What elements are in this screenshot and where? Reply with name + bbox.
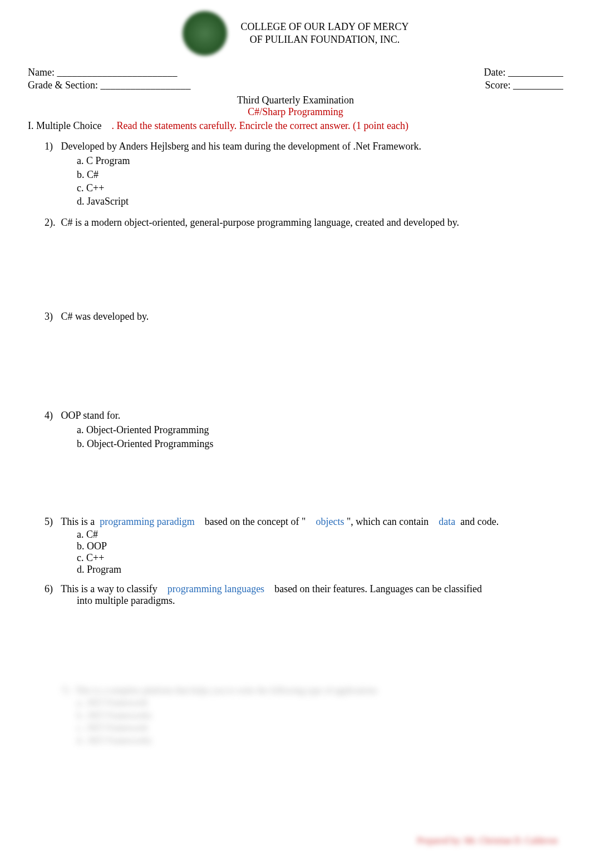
q1-option-d: d. JavaScript — [77, 195, 563, 208]
q7-option-a: a. .NET Framework — [77, 697, 563, 709]
college-title-block: COLLEGE OF OUR LADY OF MERCY OF PULILAN … — [241, 21, 409, 47]
q5-option-d: d. Program — [77, 564, 563, 576]
q6-number: 6) — [45, 583, 58, 595]
q5-mid2: ", which can contain — [347, 516, 429, 527]
q5-pre: This is a — [61, 516, 95, 527]
question-5: 5) This is a programming paradigm based … — [45, 516, 563, 576]
q5-post: and code. — [460, 516, 499, 527]
q4-option-b: b. Object-Oriented Programmings — [77, 437, 563, 450]
q2-text: C# is a modern object-oriented, general-… — [61, 217, 460, 228]
exam-title: Third Quarterly Examination — [28, 95, 563, 106]
q5-link-objects[interactable]: objects — [316, 516, 344, 527]
q7-text: This is a complete platform that helps y… — [75, 686, 377, 695]
q5-option-c: c. C++ — [77, 552, 563, 564]
q5-link-data[interactable]: data — [439, 516, 455, 527]
q5-options: a. C# b. OOP c. C++ d. Program — [77, 529, 563, 576]
question-3: 3) C# was developed by. — [45, 310, 563, 323]
q5-number: 5) — [45, 516, 58, 528]
subject-title: C#/Sharp Programming — [28, 106, 563, 118]
question-1: 1) Developed by Anders Hejlsberg and his… — [45, 140, 563, 208]
q7-option-d: d. .NET Frameworks — [77, 735, 563, 747]
grade-section-field: Grade & Section: __________________ — [28, 80, 190, 91]
q7-option-b: b. .NET Frameworks — [77, 710, 563, 722]
q6-pre: This is a way to classify — [61, 583, 157, 594]
blurred-question-7: 7) This is a complete platform that help… — [61, 685, 563, 747]
q4-options: a. Object-Oriented Programming b. Object… — [77, 423, 563, 450]
q2-number: 2). — [45, 216, 58, 229]
q5-mid1: based on the concept of " — [205, 516, 306, 527]
college-name-line2: OF PULILAN FOUNDATION, INC. — [241, 33, 409, 46]
college-name-line1: COLLEGE OF OUR LADY OF MERCY — [241, 21, 409, 33]
question-2: 2). C# is a modern object-oriented, gene… — [45, 216, 563, 229]
q4-option-a: a. Object-Oriented Programming — [77, 423, 563, 437]
info-row-1: Name: ________________________ Date: ___… — [28, 67, 563, 78]
q7-option-c: c. .NET Framework — [77, 722, 563, 734]
footer-prepared-by: Prepared by: Mr. Christian D. Calderon — [417, 836, 558, 846]
section-1-header: I. Multiple Choice . Read the statements… — [28, 120, 563, 132]
q1-option-a: a. C Program — [77, 154, 563, 167]
score-field: Score: __________ — [485, 80, 563, 91]
q1-option-c: c. C++ — [77, 181, 563, 195]
q4-number: 4) — [45, 409, 58, 422]
question-6: 6) This is a way to classify programming… — [45, 583, 563, 607]
date-field: Date: ___________ — [484, 67, 563, 78]
q5-option-a: a. C# — [77, 529, 563, 540]
q6-post: based on their features. Languages can b… — [274, 583, 482, 594]
section-label: I. Multiple Choice — [28, 120, 101, 131]
q3-text: C# was developed by. — [61, 311, 149, 322]
college-logo — [183, 11, 227, 56]
q6-link-programming-languages[interactable]: programming languages — [168, 583, 264, 594]
q5-option-b: b. OOP — [77, 540, 563, 552]
q1-text: Developed by Anders Hejlsberg and his te… — [61, 141, 422, 152]
q6-continuation: into multiple paradigms. — [77, 595, 563, 607]
section-instruction: . Read the statements carefully. Encircl… — [111, 120, 408, 131]
q4-text: OOP stand for. — [61, 410, 121, 421]
question-4: 4) OOP stand for. a. Object-Oriented Pro… — [45, 409, 563, 450]
q1-number: 1) — [45, 140, 58, 153]
q1-option-b: b. C# — [77, 168, 563, 181]
info-row-2: Grade & Section: __________________ Scor… — [28, 80, 563, 91]
q7-number: 7) — [61, 686, 68, 695]
document-header: COLLEGE OF OUR LADY OF MERCY OF PULILAN … — [28, 11, 563, 56]
q3-number: 3) — [45, 310, 58, 323]
q1-options: a. C Program b. C# c. C++ d. JavaScript — [77, 154, 563, 208]
q5-link-programming-paradigm[interactable]: programming paradigm — [100, 516, 194, 527]
name-field: Name: ________________________ — [28, 67, 177, 78]
